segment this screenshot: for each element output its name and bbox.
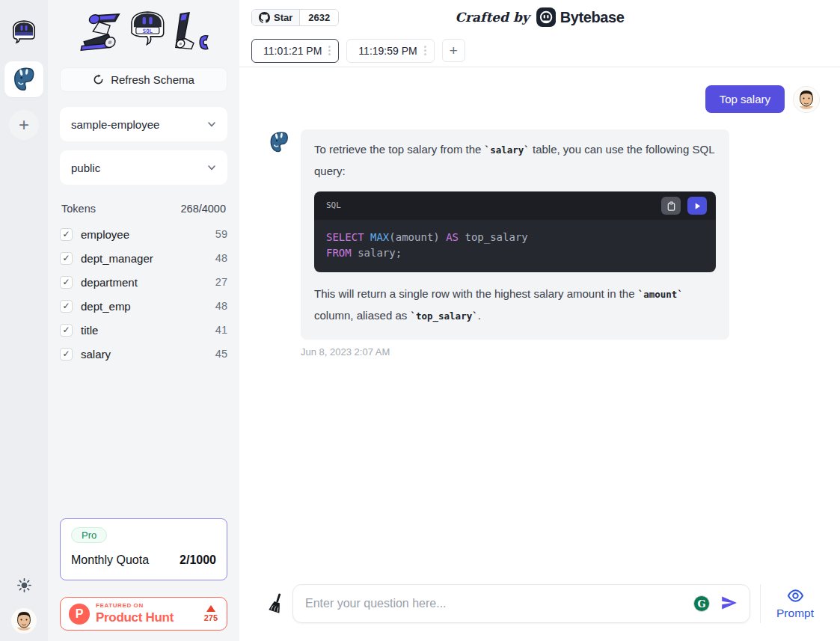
table-name: department [81, 276, 138, 289]
main-panel: Star 2632 Crafted by Bytebase [239, 0, 840, 641]
conversation-tab-2[interactable]: 11:19:59 PM [346, 39, 434, 63]
assistant-intro-text: To retrieve the top salary from the `sal… [314, 139, 716, 182]
composer: G Prompt [239, 578, 840, 641]
crafted-by-text: Crafted by [456, 10, 530, 25]
chevron-down-icon [206, 162, 217, 173]
table-name: dept_manager [81, 252, 153, 265]
send-button[interactable] [719, 594, 740, 614]
quota-row: Monthly Quota 2/1000 [71, 553, 216, 567]
clipboard-icon [666, 201, 676, 211]
sqlchat-logo: SQL [60, 0, 227, 67]
refresh-schema-label: Refresh Schema [111, 73, 194, 86]
add-tab-button[interactable]: + [442, 39, 465, 62]
database-select-value: sample-employee [71, 118, 159, 131]
conversation-item-postgres[interactable] [4, 61, 43, 97]
conversation-tabs: 11:01:21 PM11:19:59 PM+ [239, 34, 840, 67]
pro-quota-card: Pro Monthly Quota 2/1000 [60, 518, 227, 580]
user-message-bubble: Top salary [705, 85, 785, 113]
assistant-message-row: To retrieve the top salary from the `sal… [268, 129, 820, 340]
conversation-tab-1[interactable]: 11:01:21 PM [251, 39, 339, 63]
inline-code: `top_salary` [410, 310, 477, 322]
product-hunt-name: Product Hunt [96, 610, 174, 625]
code-language-label: SQL [326, 195, 341, 216]
tokens-value: 268/4000 [181, 203, 226, 215]
table-token-count: 27 [215, 276, 227, 288]
table-row-employee: ✓employee59 [60, 222, 227, 246]
github-star-button[interactable]: Star 2632 [251, 9, 339, 26]
question-input-wrap: G [292, 584, 750, 623]
table-checkbox[interactable]: ✓ [60, 276, 73, 289]
table-token-count: 41 [215, 324, 227, 336]
schema-select[interactable]: public [60, 150, 227, 185]
tab-menu-kebab-icon[interactable] [328, 44, 331, 57]
refresh-schema-button[interactable]: Refresh Schema [60, 67, 227, 92]
quota-value: 2/1000 [180, 553, 216, 567]
inline-code: `amount` [638, 289, 683, 300]
tokens-row: Tokens 268/4000 [61, 203, 226, 215]
prompt-label: Prompt [776, 607, 814, 620]
database-select[interactable]: sample-employee [60, 107, 227, 141]
eye-icon [787, 587, 804, 604]
clear-conversation-broom-icon[interactable] [268, 592, 286, 616]
prompt-button[interactable]: Prompt [760, 584, 830, 623]
table-row-department: ✓department27 [60, 270, 227, 294]
table-token-count: 45 [215, 348, 227, 360]
table-token-count: 48 [215, 300, 227, 312]
product-hunt-logo: P [69, 604, 90, 625]
table-checkbox[interactable]: ✓ [60, 252, 73, 265]
account-avatar[interactable] [11, 608, 37, 634]
pro-badge: Pro [71, 527, 107, 543]
theme-toggle-sun-icon[interactable] [17, 578, 31, 595]
question-input[interactable] [305, 597, 693, 610]
table-row-dept_manager: ✓dept_manager48 [60, 246, 227, 270]
svg-text:SQL: SQL [142, 28, 153, 34]
assistant-outro-text: This will return a single row with the h… [314, 283, 716, 327]
upvote-triangle-icon [206, 605, 215, 612]
table-checkbox[interactable]: ✓ [60, 324, 73, 337]
sqlchat-bot-icon[interactable] [10, 19, 38, 49]
bytebase-link[interactable]: Bytebase [536, 7, 625, 27]
table-checkbox[interactable]: ✓ [60, 300, 73, 313]
icon-rail: + [0, 0, 48, 641]
upvote-count: 275 [204, 613, 218, 622]
assistant-message-bubble: To retrieve the top salary from the `sal… [301, 129, 729, 340]
table-name: dept_emp [81, 300, 131, 313]
run-query-button[interactable] [687, 197, 707, 215]
table-token-count: 59 [215, 228, 227, 240]
chevron-down-icon [206, 119, 217, 129]
product-hunt-featured-label: FEATURED ON [96, 602, 174, 609]
refresh-icon [93, 74, 104, 85]
crafted-by: Crafted by Bytebase [456, 7, 625, 27]
play-icon [693, 202, 702, 210]
table-row-dept_emp: ✓dept_emp48 [60, 294, 227, 318]
assistant-avatar-postgresql [268, 131, 290, 153]
new-conversation-button[interactable]: + [9, 110, 39, 140]
bytebase-logo [536, 7, 556, 27]
copy-code-button[interactable] [661, 197, 681, 215]
send-icon [720, 594, 738, 612]
tab-label: 11:19:59 PM [358, 45, 417, 57]
product-hunt-badge[interactable]: P FEATURED ON Product Hunt 275 [60, 597, 227, 631]
code-block-header: SQL [314, 191, 716, 220]
table-row-title: ✓title41 [60, 318, 227, 342]
star-count: 2632 [299, 10, 338, 25]
code-line: SELECT MAX(amount) AS top_salary [326, 230, 704, 245]
table-checkbox[interactable]: ✓ [60, 228, 73, 241]
table-name: employee [81, 228, 129, 241]
star-label: Star [274, 12, 292, 23]
table-list: ✓employee59✓dept_manager48✓department27✓… [60, 222, 227, 366]
quota-label: Monthly Quota [71, 553, 149, 567]
schema-select-value: public [71, 162, 100, 174]
chat-area: Top salary [239, 67, 840, 578]
top-header: Star 2632 Crafted by Bytebase [239, 0, 840, 34]
message-timestamp: Jun 8, 2023 2:07 AM [301, 346, 820, 358]
inline-code: `salary` [485, 144, 530, 156]
tab-menu-kebab-icon[interactable] [423, 44, 427, 57]
grammarly-icon[interactable]: G [693, 595, 710, 612]
table-token-count: 48 [215, 252, 227, 264]
sql-code-block: SQL [314, 191, 716, 272]
user-message-row: Top salary [268, 85, 820, 113]
code-body: SELECT MAX(amount) AS top_salaryFROM sal… [314, 220, 716, 272]
table-name: title [81, 324, 98, 337]
table-checkbox[interactable]: ✓ [60, 348, 73, 361]
